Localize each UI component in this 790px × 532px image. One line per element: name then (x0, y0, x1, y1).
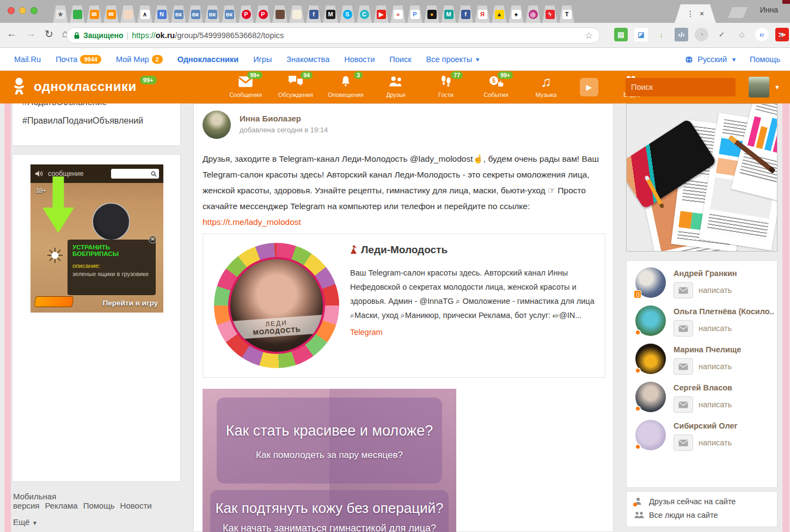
browser-tab[interactable]: M (320, 5, 341, 23)
friend-avatar[interactable] (635, 267, 666, 298)
address-bar[interactable]: Защищено | https://ok.ru/group/549999865… (66, 27, 600, 44)
footer-link[interactable]: Новости (120, 501, 152, 510)
browser-tab[interactable]: вк (219, 5, 240, 23)
post-author-avatar[interactable] (203, 111, 231, 139)
nav-guests[interactable]: 77 Гости (428, 74, 464, 98)
tab-close-icon[interactable]: × (700, 9, 704, 18)
post-author-name[interactable]: Инна Биолазер (240, 114, 301, 123)
friend-avatar[interactable] (635, 305, 666, 336)
hashtag-link[interactable]: #ПравилаПодачиОбъявлений (22, 116, 170, 126)
friend-name[interactable]: Марина Пчелище (673, 345, 741, 354)
friend-name[interactable]: Сибирский Олег (673, 421, 738, 430)
browser-tab[interactable]: ▶ (371, 5, 391, 23)
ad-collage-image[interactable] (626, 103, 777, 252)
write-message-button[interactable] (673, 282, 693, 298)
friend-avatar[interactable] (635, 420, 666, 450)
mailru-nav-item[interactable]: Мой Мир 2 (116, 55, 163, 64)
browser-tab[interactable]: ◎ (523, 5, 543, 23)
browser-tab[interactable]: M (438, 5, 459, 23)
bookmark-star-icon[interactable]: ☆ (585, 30, 593, 41)
help-link[interactable]: Помощь (750, 55, 780, 64)
browser-tab[interactable]: S (337, 5, 358, 23)
mailru-nav-item[interactable]: Почта 9944 (56, 55, 101, 64)
write-message-button[interactable] (673, 435, 693, 451)
browser-tab[interactable]: C (354, 5, 375, 23)
browser-tab[interactable]: » (388, 5, 408, 23)
browser-tab[interactable]: T (556, 5, 577, 23)
footer-link[interactable]: Помощь (83, 501, 115, 510)
mailru-nav-item[interactable]: Игры (253, 55, 272, 64)
browser-tab[interactable]: P (236, 5, 256, 23)
back-button[interactable]: ← (7, 28, 17, 40)
nav-discussions[interactable]: 94 Обсуждения (278, 74, 314, 98)
browser-menu-icon[interactable]: ⋮ (776, 30, 786, 41)
browser-tab[interactable]: P (405, 5, 425, 23)
fullscreen-window-button[interactable] (30, 7, 38, 14)
browser-tab[interactable]: ✉ (84, 5, 105, 23)
minimize-window-button[interactable] (19, 7, 26, 14)
extension-icon[interactable]: ◔ (695, 28, 708, 41)
browser-tab[interactable]: ϟ (540, 5, 560, 23)
forward-button[interactable]: → (26, 28, 36, 40)
browser-tab[interactable]: вк (185, 5, 206, 23)
ad-search-box[interactable] (111, 169, 159, 179)
browser-tab[interactable] (118, 5, 138, 23)
write-message-button[interactable] (673, 396, 693, 413)
all-people-link[interactable]: Все люди на сайте (634, 511, 769, 519)
extension-icon[interactable]: ◇ (735, 28, 749, 41)
ok-logo[interactable]: одноклассники 99+ (9, 76, 158, 97)
mailru-nav-item[interactable]: Одноклассники (177, 55, 238, 64)
extension-icon[interactable]: ℮ (755, 28, 769, 41)
extension-icon[interactable]: ↓ (654, 28, 668, 41)
telegram-link[interactable]: https://t.me/lady_molodost (203, 217, 301, 227)
browser-tab[interactable]: Я (472, 5, 493, 23)
browser-tab[interactable]: ▲ (489, 5, 510, 23)
footer-link[interactable]: Реклама (45, 501, 78, 510)
reload-button[interactable]: ↻ (45, 28, 53, 40)
friend-name[interactable]: Сергей Власов (673, 383, 732, 392)
close-icon[interactable]: ✕ (149, 235, 157, 243)
write-message-label[interactable]: написать (699, 438, 732, 447)
channel-title[interactable]: Леди-Молодость (350, 244, 448, 256)
new-tab-button[interactable] (727, 7, 749, 19)
nav-notifications[interactable]: 3 Оповещения (328, 74, 364, 98)
browser-tab[interactable]: ✉ (101, 5, 121, 23)
mailru-nav-item[interactable]: Новости (344, 55, 375, 64)
nav-play-tile[interactable]: ▶ (578, 74, 600, 98)
close-window-button[interactable] (8, 7, 15, 14)
friend-name[interactable]: Ольга Плетнёва (Косило... (673, 307, 774, 316)
chevron-down-icon[interactable]: ▼ (774, 84, 780, 90)
friend-avatar[interactable] (635, 382, 666, 412)
browser-tab[interactable]: f (455, 5, 476, 23)
telegram-source-link[interactable]: Telegram (350, 328, 383, 337)
browser-tab[interactable]: f (303, 5, 324, 23)
write-message-label[interactable]: написать (699, 324, 732, 333)
language-selector[interactable]: Русский (697, 55, 727, 64)
more-link[interactable]: Ещё ▼ (13, 517, 187, 527)
nav-music[interactable]: ♫ Музыка (528, 74, 564, 98)
friends-online-link[interactable]: Друзья сейчас на сайте (634, 497, 769, 506)
extension-icon[interactable]: ▤ (614, 28, 628, 41)
extension-icon[interactable]: ✓ (715, 28, 728, 41)
write-message-label[interactable]: написать (699, 286, 732, 295)
post-image[interactable]: Как стать красивее и моложе? Как помолод… (203, 389, 456, 532)
friend-name[interactable]: Андрей Гранкин (673, 269, 737, 278)
search-input[interactable] (631, 83, 733, 91)
write-message-label[interactable]: написать (699, 400, 732, 409)
browser-tab[interactable]: ★ (50, 5, 71, 23)
browser-tab[interactable] (270, 5, 290, 23)
browser-profile-name[interactable]: Инна (760, 5, 778, 14)
header-avatar[interactable] (749, 77, 769, 97)
browser-tab[interactable] (286, 5, 307, 23)
go-to-game-link[interactable]: Перейти в игру (103, 299, 158, 307)
mailru-nav-item[interactable]: Mail.Ru (14, 55, 41, 64)
active-tab[interactable]: ⋮ × (671, 4, 720, 23)
nav-events[interactable]: 99+ 5 События (478, 74, 514, 98)
browser-tab[interactable]: вк (202, 5, 223, 23)
mailru-nav-item[interactable]: Поиск (389, 55, 411, 64)
friend-avatar[interactable] (635, 344, 666, 374)
mailru-nav-item[interactable]: Все проекты ▼ (426, 55, 481, 64)
browser-tab[interactable]: ● (421, 5, 442, 23)
game-ad-banner[interactable]: сообщение 18+ ✕ УСТРАНИТЬ (30, 164, 163, 313)
nav-friends[interactable]: Друзья (378, 74, 414, 98)
